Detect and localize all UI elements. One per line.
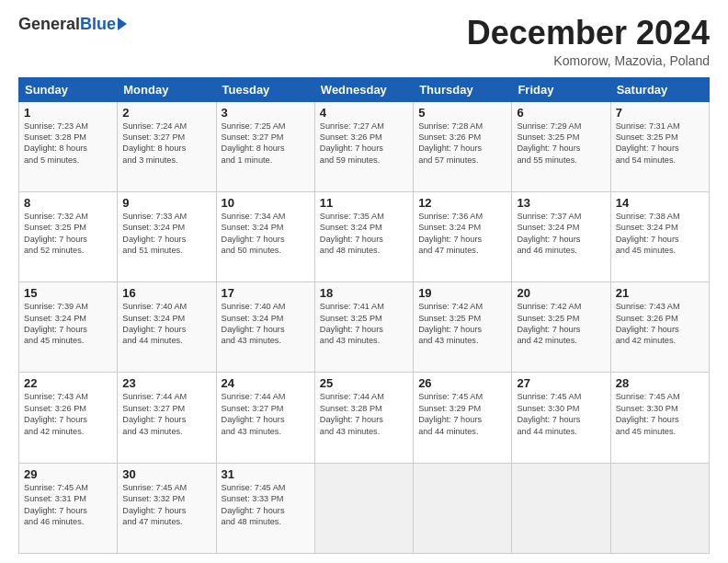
day-info: Sunrise: 7:24 AM Sunset: 3:27 PM Dayligh… xyxy=(122,121,210,167)
day-number: 5 xyxy=(418,106,506,120)
day-info: Sunrise: 7:42 AM Sunset: 3:25 PM Dayligh… xyxy=(418,301,506,347)
day-number: 19 xyxy=(418,286,506,300)
day-number: 10 xyxy=(222,196,310,210)
calendar-cell: 13Sunrise: 7:37 AM Sunset: 3:24 PM Dayli… xyxy=(512,191,610,282)
calendar-cell xyxy=(314,463,413,553)
calendar-header-thursday: Thursday xyxy=(414,77,512,101)
day-number: 11 xyxy=(320,196,408,210)
calendar-header-tuesday: Tuesday xyxy=(216,77,314,101)
calendar-cell: 6Sunrise: 7:29 AM Sunset: 3:25 PM Daylig… xyxy=(512,101,610,191)
calendar-location: Komorow, Mazovia, Poland xyxy=(467,53,710,68)
day-info: Sunrise: 7:45 AM Sunset: 3:30 PM Dayligh… xyxy=(616,391,704,437)
calendar-header-wednesday: Wednesday xyxy=(314,77,413,101)
logo-blue-text: Blue xyxy=(80,15,116,34)
day-number: 3 xyxy=(222,106,310,120)
calendar-header-saturday: Saturday xyxy=(610,77,709,101)
calendar-cell: 17Sunrise: 7:40 AM Sunset: 3:24 PM Dayli… xyxy=(216,282,314,373)
calendar-title: December 2024 xyxy=(467,15,710,52)
calendar-cell: 24Sunrise: 7:44 AM Sunset: 3:27 PM Dayli… xyxy=(216,373,314,463)
day-info: Sunrise: 7:35 AM Sunset: 3:24 PM Dayligh… xyxy=(320,211,408,257)
day-number: 25 xyxy=(320,376,408,390)
calendar-cell: 19Sunrise: 7:42 AM Sunset: 3:25 PM Dayli… xyxy=(414,282,512,373)
day-number: 8 xyxy=(24,196,112,210)
calendar-cell: 21Sunrise: 7:43 AM Sunset: 3:26 PM Dayli… xyxy=(610,282,709,373)
calendar-cell: 8Sunrise: 7:32 AM Sunset: 3:25 PM Daylig… xyxy=(19,191,118,282)
calendar-cell: 14Sunrise: 7:38 AM Sunset: 3:24 PM Dayli… xyxy=(610,191,709,282)
day-info: Sunrise: 7:38 AM Sunset: 3:24 PM Dayligh… xyxy=(616,211,704,257)
day-info: Sunrise: 7:44 AM Sunset: 3:27 PM Dayligh… xyxy=(222,391,310,437)
day-number: 21 xyxy=(616,286,704,300)
day-info: Sunrise: 7:45 AM Sunset: 3:31 PM Dayligh… xyxy=(24,482,112,528)
day-info: Sunrise: 7:27 AM Sunset: 3:26 PM Dayligh… xyxy=(320,121,408,167)
calendar-cell: 5Sunrise: 7:28 AM Sunset: 3:26 PM Daylig… xyxy=(414,101,512,191)
calendar-cell xyxy=(610,463,709,553)
day-number: 31 xyxy=(222,467,310,481)
calendar-cell: 15Sunrise: 7:39 AM Sunset: 3:24 PM Dayli… xyxy=(19,282,118,373)
calendar-cell: 1Sunrise: 7:23 AM Sunset: 3:28 PM Daylig… xyxy=(19,101,118,191)
day-number: 1 xyxy=(24,106,112,120)
header: General Blue December 2024 Komorow, Mazo… xyxy=(18,15,710,68)
logo: General Blue xyxy=(18,15,127,34)
day-info: Sunrise: 7:43 AM Sunset: 3:26 PM Dayligh… xyxy=(24,391,112,437)
day-info: Sunrise: 7:32 AM Sunset: 3:25 PM Dayligh… xyxy=(24,211,112,257)
calendar-cell: 22Sunrise: 7:43 AM Sunset: 3:26 PM Dayli… xyxy=(19,373,118,463)
calendar-header-friday: Friday xyxy=(512,77,610,101)
calendar-cell: 11Sunrise: 7:35 AM Sunset: 3:24 PM Dayli… xyxy=(314,191,413,282)
day-info: Sunrise: 7:44 AM Sunset: 3:27 PM Dayligh… xyxy=(122,391,210,437)
day-info: Sunrise: 7:25 AM Sunset: 3:27 PM Dayligh… xyxy=(222,121,310,167)
day-info: Sunrise: 7:41 AM Sunset: 3:25 PM Dayligh… xyxy=(320,301,408,347)
day-number: 9 xyxy=(122,196,210,210)
day-info: Sunrise: 7:45 AM Sunset: 3:30 PM Dayligh… xyxy=(517,391,605,437)
calendar-cell: 10Sunrise: 7:34 AM Sunset: 3:24 PM Dayli… xyxy=(216,191,314,282)
day-number: 16 xyxy=(122,286,210,300)
day-info: Sunrise: 7:39 AM Sunset: 3:24 PM Dayligh… xyxy=(24,301,112,347)
calendar-cell: 27Sunrise: 7:45 AM Sunset: 3:30 PM Dayli… xyxy=(512,373,610,463)
day-info: Sunrise: 7:23 AM Sunset: 3:28 PM Dayligh… xyxy=(24,121,112,167)
logo-general-text: General xyxy=(18,15,80,34)
day-info: Sunrise: 7:45 AM Sunset: 3:32 PM Dayligh… xyxy=(122,482,210,528)
day-number: 4 xyxy=(320,106,408,120)
day-info: Sunrise: 7:44 AM Sunset: 3:28 PM Dayligh… xyxy=(320,391,408,437)
calendar-header-sunday: Sunday xyxy=(19,77,118,101)
calendar-cell xyxy=(512,463,610,553)
day-number: 2 xyxy=(122,106,210,120)
calendar-cell: 29Sunrise: 7:45 AM Sunset: 3:31 PM Dayli… xyxy=(19,463,118,553)
logo-arrow-icon xyxy=(118,17,127,30)
calendar-cell: 3Sunrise: 7:25 AM Sunset: 3:27 PM Daylig… xyxy=(216,101,314,191)
calendar-week-2: 8Sunrise: 7:32 AM Sunset: 3:25 PM Daylig… xyxy=(19,191,710,282)
calendar-cell: 2Sunrise: 7:24 AM Sunset: 3:27 PM Daylig… xyxy=(118,101,216,191)
day-number: 27 xyxy=(517,376,605,390)
calendar-cell: 28Sunrise: 7:45 AM Sunset: 3:30 PM Dayli… xyxy=(610,373,709,463)
day-info: Sunrise: 7:43 AM Sunset: 3:26 PM Dayligh… xyxy=(616,301,704,347)
calendar-cell: 7Sunrise: 7:31 AM Sunset: 3:25 PM Daylig… xyxy=(610,101,709,191)
calendar-cell: 26Sunrise: 7:45 AM Sunset: 3:29 PM Dayli… xyxy=(414,373,512,463)
calendar-cell: 16Sunrise: 7:40 AM Sunset: 3:24 PM Dayli… xyxy=(118,282,216,373)
calendar-body: 1Sunrise: 7:23 AM Sunset: 3:28 PM Daylig… xyxy=(19,101,710,553)
day-number: 22 xyxy=(24,376,112,390)
calendar-cell: 20Sunrise: 7:42 AM Sunset: 3:25 PM Dayli… xyxy=(512,282,610,373)
page: General Blue December 2024 Komorow, Mazo… xyxy=(0,0,728,563)
calendar-cell: 12Sunrise: 7:36 AM Sunset: 3:24 PM Dayli… xyxy=(414,191,512,282)
day-number: 14 xyxy=(616,196,704,210)
calendar-table: SundayMondayTuesdayWednesdayThursdayFrid… xyxy=(18,77,710,554)
day-info: Sunrise: 7:42 AM Sunset: 3:25 PM Dayligh… xyxy=(517,301,605,347)
day-info: Sunrise: 7:36 AM Sunset: 3:24 PM Dayligh… xyxy=(418,211,506,257)
calendar-week-4: 22Sunrise: 7:43 AM Sunset: 3:26 PM Dayli… xyxy=(19,373,710,463)
day-number: 18 xyxy=(320,286,408,300)
calendar-header-row: SundayMondayTuesdayWednesdayThursdayFrid… xyxy=(19,77,710,101)
day-info: Sunrise: 7:33 AM Sunset: 3:24 PM Dayligh… xyxy=(122,211,210,257)
day-number: 26 xyxy=(418,376,506,390)
day-info: Sunrise: 7:40 AM Sunset: 3:24 PM Dayligh… xyxy=(222,301,310,347)
day-number: 20 xyxy=(517,286,605,300)
calendar-week-3: 15Sunrise: 7:39 AM Sunset: 3:24 PM Dayli… xyxy=(19,282,710,373)
day-number: 23 xyxy=(122,376,210,390)
calendar-week-5: 29Sunrise: 7:45 AM Sunset: 3:31 PM Dayli… xyxy=(19,463,710,553)
calendar-cell: 9Sunrise: 7:33 AM Sunset: 3:24 PM Daylig… xyxy=(118,191,216,282)
day-info: Sunrise: 7:34 AM Sunset: 3:24 PM Dayligh… xyxy=(222,211,310,257)
calendar-week-1: 1Sunrise: 7:23 AM Sunset: 3:28 PM Daylig… xyxy=(19,101,710,191)
day-number: 24 xyxy=(222,376,310,390)
calendar-cell: 30Sunrise: 7:45 AM Sunset: 3:32 PM Dayli… xyxy=(118,463,216,553)
day-number: 13 xyxy=(517,196,605,210)
calendar-cell: 25Sunrise: 7:44 AM Sunset: 3:28 PM Dayli… xyxy=(314,373,413,463)
day-info: Sunrise: 7:40 AM Sunset: 3:24 PM Dayligh… xyxy=(122,301,210,347)
